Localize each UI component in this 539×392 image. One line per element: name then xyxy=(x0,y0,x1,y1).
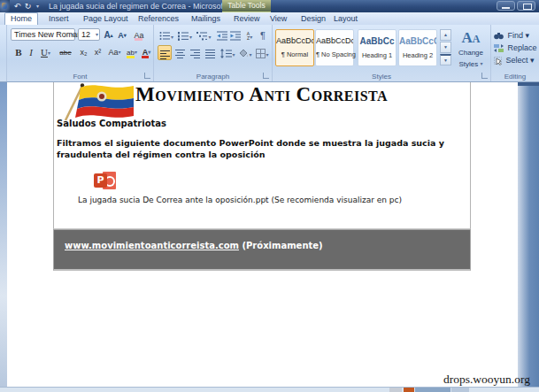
group-clipboard-sliver xyxy=(0,25,7,81)
align-center-icon xyxy=(175,49,185,58)
find-button[interactable]: Find ▾ xyxy=(494,29,529,42)
increase-indent-button[interactable] xyxy=(229,28,242,42)
undo-button[interactable]: ↶ xyxy=(12,1,22,12)
show-hide-pilcrow-button[interactable]: ¶ xyxy=(257,28,269,42)
tab-page-layout[interactable]: Page Layout xyxy=(78,12,134,25)
taskbar-fragment xyxy=(389,388,402,392)
tab-review[interactable]: Review xyxy=(228,12,266,25)
chevron-down-icon: ▾ xyxy=(530,56,535,65)
tab-mailings[interactable]: Mailings xyxy=(186,12,226,25)
qat-customize-button[interactable]: ▾ xyxy=(34,1,42,12)
clear-formatting-button[interactable]: Aa xyxy=(131,28,147,42)
superscript-button[interactable]: x² xyxy=(91,45,104,60)
borders-button[interactable]: ▾ xyxy=(254,45,271,60)
powerpoint-attachment[interactable]: P xyxy=(94,170,117,194)
styles-scroll-down-button[interactable]: ▼ xyxy=(440,42,451,53)
subscript-button[interactable]: x₂ xyxy=(77,45,90,60)
chevron-down-icon: ▾ xyxy=(96,29,98,41)
shrink-font-button[interactable]: A▾ xyxy=(116,28,128,42)
chevron-down-icon: ▾ xyxy=(119,50,121,55)
cursor-arrow-icon xyxy=(494,57,502,65)
replace-button[interactable]: Replace xyxy=(494,42,537,54)
tab-insert[interactable]: Insert xyxy=(43,12,74,25)
grow-font-button[interactable]: A▴ xyxy=(102,28,115,42)
sort-button[interactable]: A Z ▾ xyxy=(243,28,256,42)
taskbar-fragment xyxy=(415,388,450,392)
document-greeting: Saludos Compatriotas xyxy=(57,119,166,128)
editing-group-label: Editing xyxy=(491,73,539,81)
chevron-down-icon: ▾ xyxy=(71,29,73,41)
taskbar-fragment xyxy=(404,388,414,392)
tab-design[interactable]: Design xyxy=(296,12,331,25)
underline-button[interactable]: U▾ xyxy=(37,45,54,60)
italic-button[interactable]: I xyxy=(26,45,36,60)
footer-hyperlink[interactable]: www.movimientoanticorreista.com xyxy=(65,241,239,250)
caret-down-icon: ▾ xyxy=(250,35,252,40)
change-styles-icon: AA xyxy=(453,28,489,48)
group-paragraph: ▾ ▾ ▾ A Z ▾ ¶ xyxy=(154,25,273,81)
text-highlight-button[interactable]: ab▾ xyxy=(125,45,139,60)
style-chip-heading1[interactable]: AaBbCc Heading 1 xyxy=(358,29,397,66)
align-right-button[interactable] xyxy=(188,45,202,60)
styles-dialog-launcher[interactable] xyxy=(481,73,488,79)
tab-view[interactable]: View xyxy=(265,12,292,25)
font-color-button[interactable]: A▾ xyxy=(140,45,153,60)
change-case-button[interactable]: Aa▾ xyxy=(105,45,124,60)
document-body-paragraph: Filtramos el siguiente documento PowerPo… xyxy=(57,137,469,160)
group-styles: AaBbCcDc ¶ Normal AaBbCcDc ¶ No Spacing … xyxy=(273,25,491,81)
numbering-button[interactable]: ▾ xyxy=(176,28,194,42)
window-border-left xyxy=(0,82,7,388)
tab-references[interactable]: References xyxy=(133,12,184,25)
select-button[interactable]: Select ▾ xyxy=(494,54,535,66)
style-chip-heading2[interactable]: AaBbCcC Heading 2 xyxy=(398,29,437,66)
chevron-down-icon: ▾ xyxy=(36,4,39,9)
align-right-icon xyxy=(190,49,200,58)
strikethrough-button[interactable]: abe xyxy=(56,45,75,60)
bullets-button[interactable]: ▾ xyxy=(158,28,175,42)
redo-icon: ↻ xyxy=(25,2,32,11)
chevron-down-icon: ▾ xyxy=(208,35,211,40)
justify-button[interactable] xyxy=(203,45,217,60)
ribbon: Times New Roman ▾ 12 ▾ A▴ A▾ Aa B I U▾ xyxy=(0,25,539,82)
font-group-label: Font xyxy=(7,73,153,81)
multilevel-list-button[interactable]: ▾ xyxy=(195,28,213,42)
style-chip-normal[interactable]: AaBbCcDc ¶ Normal xyxy=(275,29,314,66)
footer-text: www.movimientoanticorreista.com (Próxima… xyxy=(65,241,323,250)
line-spacing-icon xyxy=(220,49,232,58)
redo-button[interactable]: ↻ xyxy=(23,1,33,12)
office-button[interactable] xyxy=(0,0,10,12)
bold-button[interactable]: B xyxy=(12,45,25,60)
style-chip-no-spacing[interactable]: AaBbCcDc ¶ No Spacing xyxy=(315,29,354,66)
document-title: Movimiento Anti Correista xyxy=(135,83,388,106)
more-styles-icon: ▼ xyxy=(443,58,448,63)
footer-note: (Próximamente) xyxy=(242,241,322,250)
font-name-combo[interactable]: Times New Roman ▾ xyxy=(11,28,75,41)
decrease-indent-button[interactable] xyxy=(216,28,228,42)
group-editing: Find ▾ Replace Select ▾ Editing xyxy=(491,25,539,81)
align-center-button[interactable] xyxy=(173,45,187,60)
font-color-swatch xyxy=(142,56,149,58)
attachment-caption: La jugada sucia De Correa ante la oposic… xyxy=(78,196,402,204)
watermark-text: drops.wooyun.org xyxy=(443,373,530,387)
align-left-button[interactable] xyxy=(158,45,172,60)
powerpoint-icon: P xyxy=(94,173,107,188)
word-logo-icon xyxy=(2,3,7,9)
line-spacing-button[interactable]: ▾ xyxy=(219,45,236,60)
sort-icon: A Z xyxy=(247,32,250,41)
font-dialog-launcher[interactable] xyxy=(144,73,150,79)
caret-up-icon: ▴ xyxy=(111,33,113,38)
minimize-button[interactable] xyxy=(497,1,515,11)
tab-home[interactable]: Home xyxy=(4,12,38,25)
styles-scroll-up-button[interactable]: ▲ xyxy=(440,29,451,41)
styles-more-button[interactable]: ▼ xyxy=(440,54,451,65)
highlight-color-swatch xyxy=(127,56,135,58)
change-styles-button[interactable]: AA Change Styles ▾ xyxy=(453,28,489,76)
chevron-down-icon: ▾ xyxy=(266,52,268,58)
tab-layout[interactable]: Layout xyxy=(328,12,363,25)
paragraph-dialog-launcher[interactable] xyxy=(263,73,269,79)
word-window: ↶ ↻ ▾ La jugada sucia del regimen de Cor… xyxy=(0,0,539,392)
ecuador-flag-image xyxy=(55,82,136,122)
shading-button[interactable]: ▾ xyxy=(237,45,253,60)
restore-button[interactable] xyxy=(517,1,535,11)
font-size-combo[interactable]: 12 ▾ xyxy=(78,28,100,41)
